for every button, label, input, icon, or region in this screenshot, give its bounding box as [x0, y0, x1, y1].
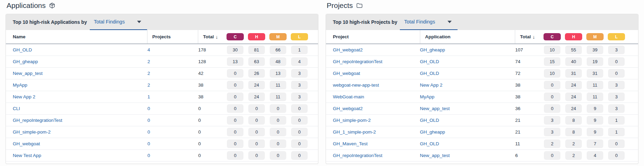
low-badge: L: [608, 33, 625, 40]
medium-cell: 7: [584, 139, 606, 148]
medium-count: 19: [587, 57, 603, 66]
high-count: 24: [565, 92, 582, 101]
low-cell: 0: [289, 139, 310, 148]
column-header-critical: C: [224, 30, 246, 43]
total-cell: 38: [515, 82, 541, 88]
projects-count-link[interactable]: 4: [147, 47, 150, 52]
column-header-total[interactable]: Total ↓: [198, 30, 224, 43]
application-name-link[interactable]: GH_gheapp: [420, 129, 445, 135]
applications-sort-dropdown[interactable]: Total Findings: [90, 14, 147, 30]
total-cell: 38: [198, 94, 224, 99]
application-name-link[interactable]: MyApp: [13, 82, 27, 88]
application-name-link[interactable]: GH_OLD: [13, 47, 32, 52]
medium-count: 66: [270, 46, 286, 54]
project-name-link[interactable]: GH_Maven_Test: [333, 141, 368, 146]
table-row: GH_Maven_TestGH_OLD112270: [326, 138, 638, 150]
application-name-link[interactable]: New App 2: [420, 82, 442, 88]
low-cell: 0: [289, 104, 310, 113]
column-header-total[interactable]: Total ↓: [515, 30, 541, 43]
projects-title-label: Projects: [327, 1, 353, 10]
medium-cell: 48: [267, 57, 289, 66]
low-count: 0: [608, 139, 625, 148]
medium-cell: 39: [584, 46, 606, 54]
high-cell: 26: [246, 69, 267, 78]
projects-cell: 0: [147, 153, 198, 158]
name-cell: New_app_test: [13, 71, 147, 76]
project-name-link[interactable]: GH_webgoat2: [333, 47, 363, 52]
projects-count-link[interactable]: 0: [147, 129, 150, 135]
projects-count-link[interactable]: 0: [147, 118, 150, 123]
projects-count-link[interactable]: 2: [147, 82, 150, 88]
project-name-link[interactable]: GH_simple-pom-2: [333, 118, 371, 123]
application-name-link[interactable]: New App 2: [13, 94, 35, 99]
low-count: 0: [608, 151, 625, 160]
low-cell: 1: [289, 46, 310, 54]
application-name-link[interactable]: New Test App: [13, 153, 41, 158]
projects-sort-dropdown[interactable]: Total Findings: [400, 14, 457, 30]
table-row: GH_webgoatGH_OLD721031310: [326, 68, 638, 79]
critical-count: 0: [544, 151, 560, 160]
application-name-link[interactable]: GH_webgoat: [13, 141, 40, 146]
project-name-link[interactable]: WebGoat-main: [333, 94, 364, 99]
low-cell: 3: [289, 69, 310, 78]
sort-descending-icon: ↓: [532, 34, 535, 40]
medium-count: 9: [587, 116, 603, 125]
application-name-link[interactable]: GH_OLD: [420, 71, 439, 76]
low-count: 0: [291, 116, 308, 125]
projects-count-link[interactable]: 0: [147, 141, 150, 146]
critical-count: 0: [544, 81, 560, 89]
total-findings-value: 107: [515, 47, 523, 52]
total-cell: 6: [515, 153, 541, 158]
projects-count-link[interactable]: 0: [147, 106, 150, 111]
projects-panel: Projects Top 10 high-risk Projects by To…: [326, 1, 638, 164]
low-cell: 3: [606, 81, 627, 89]
critical-cell: 10: [541, 46, 563, 54]
projects-cell: 4: [147, 47, 198, 52]
projects-count-link[interactable]: 0: [147, 153, 150, 158]
application-name-link[interactable]: GH_gheapp: [13, 59, 38, 64]
column-header-high: H: [563, 30, 584, 43]
low-cell: 0: [606, 139, 627, 148]
application-name-link[interactable]: GH_repoIntegrationTest: [13, 118, 62, 123]
total-findings-value: 0: [198, 129, 201, 135]
column-header-low: L: [606, 30, 627, 43]
project-cell: WebGoat-main: [333, 94, 420, 99]
low-count: 1: [608, 116, 625, 125]
project-name-link[interactable]: GH_webgoat: [333, 71, 360, 76]
application-name-link[interactable]: GH_gheapp: [420, 47, 445, 52]
total-cell: 36: [515, 106, 541, 111]
application-name-link[interactable]: MyApp: [420, 94, 434, 99]
high-count: 8: [565, 116, 582, 125]
application-name-link[interactable]: New_app_test: [420, 153, 450, 158]
critical-count: 0: [227, 69, 243, 78]
application-name-link[interactable]: GH_simple-pom-2: [13, 129, 51, 135]
medium-cell: 19: [584, 57, 606, 66]
low-count: 0: [291, 128, 308, 136]
critical-cell: 0: [224, 151, 246, 160]
projects-count-link[interactable]: 2: [147, 71, 150, 76]
application-name-link[interactable]: GH_OLD: [420, 118, 439, 123]
projects-cell: 0: [147, 118, 198, 123]
project-cell: GH_simple-pom-2: [333, 118, 420, 123]
critical-count: 30: [227, 46, 243, 54]
application-name-link[interactable]: CLI: [13, 106, 20, 111]
name-cell: GH_gheapp: [13, 59, 147, 64]
medium-count: 0: [270, 151, 286, 160]
total-cell: 72: [515, 71, 541, 76]
projects-count-link[interactable]: 1: [147, 94, 150, 99]
caret-down-icon: [448, 21, 452, 23]
project-cell: GH_repoIntegrationTest: [333, 59, 420, 64]
application-name-link[interactable]: New_app_test: [13, 71, 42, 76]
project-name-link[interactable]: GH_webgoat2: [333, 106, 363, 111]
project-name-link[interactable]: GH_repoIntegrationTest: [333, 59, 382, 64]
application-name-link[interactable]: GH_OLD: [420, 59, 439, 64]
application-name-link[interactable]: GH_OLD: [420, 141, 439, 146]
project-name-link[interactable]: GH_1_simple-pom-2: [333, 129, 376, 135]
applications-sort-dropdown-value: Total Findings: [94, 19, 125, 25]
projects-count-link[interactable]: 2: [147, 59, 150, 64]
low-count: 0: [291, 139, 308, 148]
application-name-link[interactable]: New_app_test: [420, 106, 450, 111]
project-name-link[interactable]: GH_repoIntegrationTest: [333, 153, 382, 158]
project-name-link[interactable]: webgoat-new-app-test: [333, 82, 379, 88]
total-findings-value: 178: [198, 47, 206, 52]
